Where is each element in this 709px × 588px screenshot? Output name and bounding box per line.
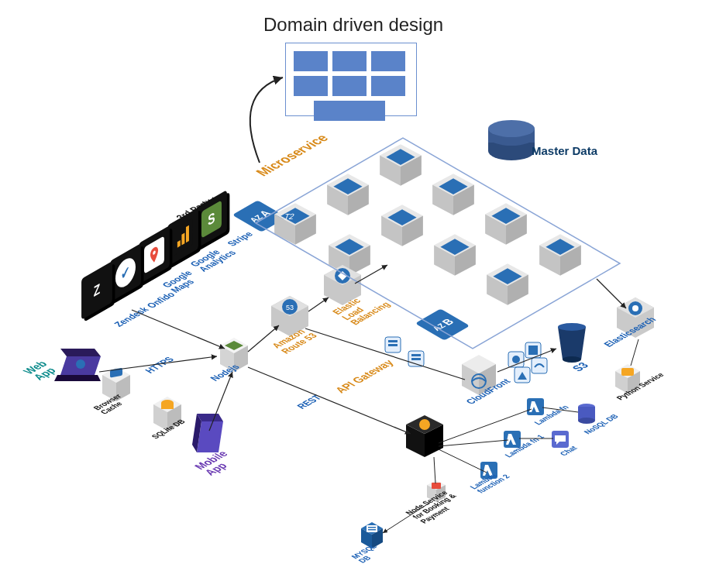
- ddd-cell: [294, 76, 328, 96]
- ms-instance: [431, 231, 479, 279]
- master-data-label: Master Data: [532, 144, 597, 157]
- tp-onfido-icon: ✔: [110, 243, 141, 302]
- svg-rect-85: [411, 358, 421, 360]
- diagram-stage: Domain driven design Master Data Microse…: [0, 0, 709, 588]
- svg-rect-99: [532, 358, 547, 373]
- lambda-icon: [527, 398, 544, 415]
- lambda-fn2-label: Lambda function 2: [469, 469, 512, 494]
- tp-google-analytics-icon: [167, 208, 198, 266]
- https-label: HTTPS: [143, 356, 176, 375]
- svg-rect-118: [367, 525, 377, 532]
- svg-rect-82: [388, 344, 398, 346]
- az-b-chip: AZB: [415, 309, 470, 341]
- svg-rect-119: [368, 527, 376, 528]
- doc-icon: [406, 349, 426, 369]
- svg-point-75: [419, 419, 430, 430]
- ddd-cell: [294, 51, 328, 71]
- tp-zendesk-icon: Z: [81, 261, 112, 320]
- api-gateway-label: API Gateway: [332, 358, 397, 395]
- ms-instance: [378, 201, 426, 249]
- svg-point-106: [578, 418, 595, 424]
- chat-icon: [552, 431, 569, 448]
- svg-marker-47: [54, 375, 101, 381]
- asset-icon: [513, 366, 532, 384]
- svg-rect-84: [411, 354, 421, 356]
- svg-rect-41: [177, 240, 181, 248]
- doc-icon: [383, 335, 403, 355]
- svg-marker-86: [558, 327, 586, 359]
- api-gateway-icon: [403, 414, 446, 460]
- ms-instance: [324, 170, 372, 218]
- svg-point-92: [632, 305, 638, 311]
- svg-marker-58: [197, 414, 223, 421]
- svg-text:53: 53: [286, 304, 294, 311]
- svg-rect-96: [528, 346, 538, 355]
- ms-instance: T2: [271, 200, 319, 248]
- ddd-cell: [332, 51, 367, 71]
- node-booking-label: Node Service for Booking & Payment: [404, 485, 473, 524]
- svg-rect-43: [186, 225, 189, 242]
- microservice-label: Microservice: [253, 132, 332, 178]
- ms-instance: [429, 170, 477, 218]
- rest-label: REST: [294, 394, 323, 411]
- ms-instance: [377, 141, 425, 189]
- s3-icon: [553, 322, 590, 364]
- svg-rect-42: [181, 232, 184, 245]
- ms-instance: [536, 231, 584, 279]
- tp-google-maps-icon: [139, 225, 170, 284]
- ddd-cell: [332, 76, 367, 96]
- ddd-cell: [371, 51, 405, 71]
- stripe-label: Stripe: [225, 230, 255, 248]
- svg-point-94: [512, 356, 520, 363]
- ddd-card: [285, 43, 417, 116]
- svg-rect-57: [161, 403, 174, 409]
- ddd-cell: [371, 76, 405, 96]
- zendesk-label: Zendesk: [112, 305, 151, 328]
- svg-marker-59: [197, 421, 223, 452]
- onfido-label: Onfido: [144, 291, 177, 310]
- ms-instance: [482, 200, 530, 248]
- svg-point-87: [558, 323, 586, 331]
- svg-rect-120: [368, 529, 376, 531]
- svg-marker-45: [60, 349, 101, 356]
- asset-icon: [530, 356, 549, 375]
- svg-rect-110: [621, 368, 634, 376]
- tp-stripe-icon: S: [196, 190, 227, 249]
- nosql-icon: [576, 403, 597, 426]
- ddd-title: Domain driven design: [263, 14, 443, 36]
- ddd-cell-wide: [314, 101, 385, 121]
- svg-point-48: [76, 359, 85, 369]
- svg-rect-114: [432, 483, 441, 489]
- master-data-icon: [488, 120, 535, 167]
- svg-rect-81: [388, 340, 398, 342]
- ms-instance: [484, 260, 532, 308]
